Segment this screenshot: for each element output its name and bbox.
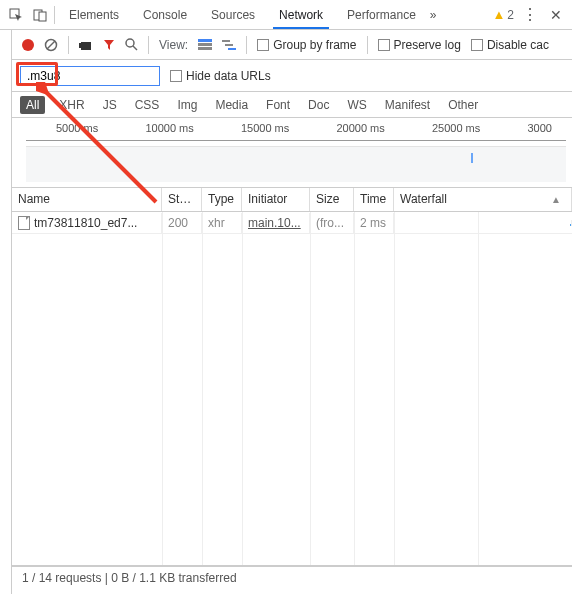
type-tab-css[interactable]: CSS	[131, 96, 164, 114]
large-rows-icon[interactable]	[198, 39, 212, 51]
view-label: View:	[159, 38, 188, 52]
more-tabs-icon[interactable]: »	[430, 8, 437, 22]
timeline-tick: 15000 ms	[241, 122, 289, 134]
search-icon[interactable]	[125, 38, 138, 51]
col-waterfall[interactable]: Waterfall ▲	[394, 188, 572, 211]
clear-icon[interactable]	[44, 38, 58, 52]
col-status[interactable]: Stat...	[162, 188, 202, 211]
timeline-baseline	[26, 140, 566, 141]
type-tab-doc[interactable]: Doc	[304, 96, 333, 114]
svg-rect-10	[198, 43, 212, 46]
disable-cache-label: Disable cac	[487, 38, 549, 52]
cell-type: xhr	[202, 213, 242, 233]
sort-asc-icon: ▲	[551, 194, 561, 205]
tab-elements[interactable]: Elements	[59, 2, 129, 28]
svg-rect-12	[222, 40, 230, 42]
timeline-request-bar	[471, 153, 473, 163]
close-icon[interactable]: ✕	[546, 7, 566, 23]
svg-line-4	[47, 41, 55, 49]
cell-time: 2 ms	[354, 213, 394, 233]
left-gutter	[0, 30, 12, 594]
timeline-tick: 20000 ms	[336, 122, 384, 134]
divider	[367, 36, 368, 54]
warning-badge[interactable]: ▲ 2	[492, 7, 514, 22]
table-row[interactable]: tm73811810_ed7... 200 xhr main.10... (fr…	[12, 212, 572, 234]
cell-initiator: main.10...	[242, 213, 310, 233]
svg-rect-11	[198, 47, 212, 50]
disable-cache-checkbox[interactable]: Disable cac	[471, 38, 549, 52]
svg-rect-14	[228, 48, 236, 50]
checkbox-icon	[378, 39, 390, 51]
type-tab-other[interactable]: Other	[444, 96, 482, 114]
timeline-mini	[26, 146, 566, 182]
type-tab-font[interactable]: Font	[262, 96, 294, 114]
hide-data-urls-label: Hide data URLs	[186, 69, 271, 83]
timeline-tick: 3000	[527, 122, 551, 134]
status-bar: 1 / 14 requests | 0 B / 1.1 KB transferr…	[12, 566, 572, 588]
type-tab-manifest[interactable]: Manifest	[381, 96, 434, 114]
svg-rect-2	[39, 12, 46, 21]
checkbox-icon	[170, 70, 182, 82]
grid-body: tm73811810_ed7... 200 xhr main.10... (fr…	[12, 212, 572, 566]
record-icon[interactable]	[22, 39, 34, 51]
hide-data-urls-checkbox[interactable]: Hide data URLs	[170, 69, 271, 83]
divider	[68, 36, 69, 54]
col-initiator[interactable]: Initiator	[242, 188, 310, 211]
checkbox-icon	[257, 39, 269, 51]
preserve-log-label: Preserve log	[394, 38, 461, 52]
filter-icon[interactable]	[103, 39, 115, 51]
devtools-tab-bar: Elements Console Sources Network Perform…	[0, 0, 572, 30]
type-tab-all[interactable]: All	[20, 96, 45, 114]
warning-icon: ▲	[492, 7, 505, 22]
cell-name: tm73811810_ed7...	[12, 213, 162, 233]
cell-waterfall	[394, 220, 572, 226]
inspect-icon[interactable]	[6, 5, 26, 25]
svg-rect-6	[79, 43, 82, 48]
status-text: 1 / 14 requests | 0 B / 1.1 KB transferr…	[22, 571, 237, 585]
cell-size: (fro...	[310, 213, 354, 233]
filter-bar: Hide data URLs	[12, 60, 572, 92]
checkbox-icon	[471, 39, 483, 51]
timeline-tick: 25000 ms	[432, 122, 480, 134]
preserve-log-checkbox[interactable]: Preserve log	[378, 38, 461, 52]
device-toggle-icon[interactable]	[30, 5, 50, 25]
divider	[148, 36, 149, 54]
svg-rect-9	[198, 39, 212, 42]
type-tab-img[interactable]: Img	[173, 96, 201, 114]
waterfall-view-icon[interactable]	[222, 39, 236, 51]
timeline-overview[interactable]: 5000 ms 10000 ms 15000 ms 20000 ms 25000…	[12, 118, 572, 188]
request-type-tabs: All XHR JS CSS Img Media Font Doc WS Man…	[12, 92, 572, 118]
type-tab-media[interactable]: Media	[211, 96, 252, 114]
type-tab-ws[interactable]: WS	[343, 96, 370, 114]
group-by-frame-label: Group by frame	[273, 38, 356, 52]
svg-rect-5	[81, 42, 91, 50]
filter-input[interactable]	[20, 66, 160, 86]
requests-grid: Name Stat... Type Initiator Size Time Wa…	[12, 188, 572, 566]
group-by-frame-checkbox[interactable]: Group by frame	[257, 38, 356, 52]
col-name[interactable]: Name	[12, 188, 162, 211]
cell-status: 200	[162, 213, 202, 233]
col-time[interactable]: Time	[354, 188, 394, 211]
type-tab-js[interactable]: JS	[99, 96, 121, 114]
screenshot-icon[interactable]	[79, 39, 93, 51]
type-tab-xhr[interactable]: XHR	[55, 96, 88, 114]
timeline-tick: 10000 ms	[145, 122, 193, 134]
grid-header: Name Stat... Type Initiator Size Time Wa…	[12, 188, 572, 212]
tab-performance[interactable]: Performance	[337, 2, 426, 28]
col-size[interactable]: Size	[310, 188, 354, 211]
warning-count: 2	[507, 8, 514, 22]
settings-menu-icon[interactable]: ⋮	[518, 7, 542, 23]
divider	[246, 36, 247, 54]
network-toolbar: View: Group by frame Preserve log Disabl…	[12, 30, 572, 60]
tab-sources[interactable]: Sources	[201, 2, 265, 28]
timeline-tick: 5000 ms	[56, 122, 98, 134]
svg-rect-13	[225, 44, 233, 46]
svg-line-8	[133, 46, 137, 50]
divider	[54, 6, 55, 24]
col-type[interactable]: Type	[202, 188, 242, 211]
tab-network[interactable]: Network	[269, 2, 333, 28]
tab-console[interactable]: Console	[133, 2, 197, 28]
svg-point-7	[126, 39, 134, 47]
file-icon	[18, 216, 30, 230]
